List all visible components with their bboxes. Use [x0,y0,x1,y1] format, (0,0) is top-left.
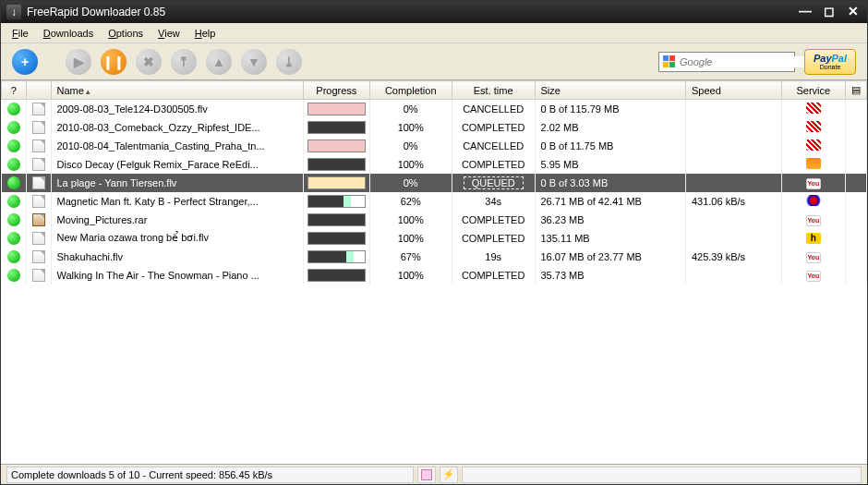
google-icon [663,55,676,68]
size-value: 0 B of 115.79 MB [535,100,685,118]
plug-icon: ⚡ [442,468,455,480]
down-button[interactable]: ▼ [241,49,267,75]
size-value: 36.23 MB [535,211,685,229]
completion-value: 100% [369,118,452,137]
service-cell [781,100,845,118]
close-button[interactable]: ✕ [845,5,862,19]
table-row[interactable]: Shakuhachi.flv67%19s16.07 MB of 23.77 MB… [2,248,867,266]
est-time-value: COMPLETED [452,211,535,229]
clipboard-monitor-button[interactable] [417,467,436,483]
file-icon [32,121,45,134]
up-button[interactable]: ▲ [206,49,232,75]
status-icon [7,232,20,245]
file-name: 2010-08-03_Comeback_Ozzy_Ripfest_IDE... [57,122,298,133]
est-time-value: CANCELLED [452,137,535,155]
file-icon [32,213,45,226]
downloads-table-container[interactable]: ? Name Progress Completion Est. time Siz… [1,80,867,464]
completion-value: 100% [369,266,452,285]
file-name: New Maria ozawa trong bể bơi.flv [57,232,298,244]
service-icon [806,121,821,132]
size-value: 0 B of 11.75 MB [535,137,685,155]
add-button[interactable]: + [12,49,38,75]
col-speed[interactable]: Speed [685,81,781,100]
col-completion[interactable]: Completion [369,81,452,100]
top-button[interactable]: ⤒ [171,49,197,75]
menu-help[interactable]: Help [189,26,222,41]
youtube-icon: You [806,271,821,282]
menubar: File Downloads Options View Help [1,23,867,43]
progress-bar [307,232,365,245]
play-button[interactable]: ▶ [66,49,91,75]
table-row[interactable]: 2010-08-04_Talentmania_Casting_Praha_tn.… [2,137,867,155]
speed-value: 425.39 kB/s [685,248,781,266]
est-time-value: 19s [452,248,535,266]
status-icon [7,195,20,208]
search-input[interactable] [680,56,808,67]
progress-bar [307,176,365,189]
table-row[interactable]: Moving_Pictures.rar100%COMPLETED36.23 MB… [2,211,867,229]
est-time-value: QUEUED [452,174,535,192]
est-time-value: 34s [452,192,535,211]
progress-bar [307,103,365,115]
service-icon [806,195,821,206]
file-icon [32,232,45,245]
toolbar: + ▶ ❙❙ ✖ ⤒ ▲ ▼ ⤓ PayPal Donate [1,43,867,80]
maximize-button[interactable]: ◻ [821,5,838,19]
minimize-button[interactable]: — [797,5,814,19]
speed-value [685,137,781,155]
svg-rect-2 [663,62,669,67]
titlebar[interactable]: FreeRapid Downloader 0.85 — ◻ ✕ [1,1,867,23]
col-status[interactable]: ? [2,81,27,100]
search-box[interactable] [658,52,795,72]
size-value: 16.07 MB of 23.77 MB [535,248,685,266]
status-text: Complete downloads 5 of 10 - Current spe… [6,467,414,483]
menu-downloads[interactable]: Downloads [38,26,99,41]
statusbar: Complete downloads 5 of 10 - Current spe… [1,464,867,484]
service-icon: h [806,233,821,244]
completion-value: 67% [369,248,452,266]
speed-value: 431.06 kB/s [685,192,781,211]
pause-button[interactable]: ❙❙ [101,49,127,75]
donate-button[interactable]: PayPal Donate [804,49,856,75]
file-name: Moving_Pictures.rar [57,214,298,225]
table-row[interactable]: Magnetic Man ft. Katy B - Perfect Strang… [2,192,867,211]
svg-rect-3 [669,62,675,67]
col-service[interactable]: Service [781,81,845,100]
col-progress[interactable]: Progress [304,81,369,100]
status-icon [7,158,20,171]
col-name[interactable]: Name [51,81,304,100]
status-icon [7,250,20,263]
service-cell [781,155,845,174]
menu-file[interactable]: File [6,26,34,41]
completion-value: 0% [369,137,452,155]
progress-bar [307,250,365,263]
size-value: 26.71 MB of 42.41 MB [535,192,685,211]
menu-view[interactable]: View [152,26,186,41]
col-fileicon[interactable] [26,81,51,100]
col-est[interactable]: Est. time [452,81,535,100]
service-cell: You [781,248,845,266]
size-value: 5.95 MB [535,155,685,174]
completion-value: 0% [369,100,452,118]
progress-bar [307,269,365,282]
file-icon [32,269,45,282]
service-cell [781,118,845,137]
table-row[interactable]: 2009-08-03_Tele124-D300505.flv0%CANCELLE… [2,100,867,118]
shutdown-button[interactable]: ⚡ [440,467,458,483]
service-cell: You [781,266,845,285]
size-value: 35.73 MB [535,266,685,285]
cancel-button[interactable]: ✖ [136,49,162,75]
table-row[interactable]: La plage - Yann Tiersen.flv0%QUEUED0 B o… [2,174,867,192]
status-icon [7,176,20,189]
file-icon [32,195,45,208]
donate-label: Donate [820,64,841,70]
col-menu[interactable]: ▤ [845,81,866,100]
menu-options[interactable]: Options [102,26,149,41]
est-time-value: COMPLETED [452,266,535,285]
table-row[interactable]: Disco Decay (Felguk Remix_Farace ReEdi..… [2,155,867,174]
table-row[interactable]: 2010-08-03_Comeback_Ozzy_Ripfest_IDE...1… [2,118,867,137]
bottom-button[interactable]: ⤓ [276,49,302,75]
table-row[interactable]: New Maria ozawa trong bể bơi.flv100%COMP… [2,229,867,248]
col-size[interactable]: Size [535,81,685,100]
table-row[interactable]: Walking In The Air - The Snowman - Piano… [2,266,867,285]
